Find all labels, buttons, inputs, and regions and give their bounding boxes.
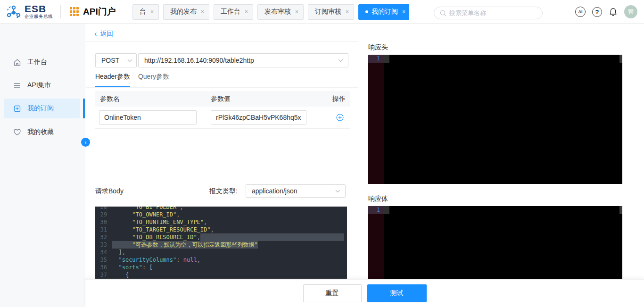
tab-query-params[interactable]: Query参数 bbox=[138, 73, 169, 87]
menu-search[interactable] bbox=[434, 7, 543, 19]
active-tab-dot bbox=[365, 10, 368, 13]
editor-lines: 28 "TO_BI_FOLDER",29 "TO_OWNER_ID",30 "T… bbox=[95, 207, 347, 279]
sidebar-item-1[interactable]: API集市 bbox=[4, 75, 80, 95]
response-headers-panel: 1 bbox=[368, 55, 622, 184]
editor-line-31: 31 "TO_TARGET_RESOURCE_ID", bbox=[95, 226, 347, 233]
param-value-input[interactable] bbox=[211, 110, 306, 124]
chevron-down-icon bbox=[127, 59, 132, 62]
main-content: ‹ 返回 POST http://192.168.16.140:9090/tab… bbox=[85, 24, 644, 307]
notification-bell-icon[interactable] bbox=[609, 8, 618, 17]
reset-button[interactable]: 重置 bbox=[303, 284, 362, 302]
sidebar: 工作台API集市我的订阅我的收藏 bbox=[0, 24, 85, 307]
sidebar-item-label: 我的收藏 bbox=[27, 128, 54, 136]
chevron-down-icon bbox=[338, 59, 343, 62]
sidebar-item-label: 我的订阅 bbox=[27, 104, 54, 113]
response-body-label: 响应体 bbox=[368, 195, 388, 203]
nav-tab-2[interactable]: 工作台× bbox=[214, 4, 253, 20]
list-icon bbox=[13, 82, 21, 90]
request-body-editor[interactable]: 28 "TO_BI_FOLDER",29 "TO_OWNER_ID",30 "T… bbox=[95, 207, 347, 279]
sidebar-active-accent bbox=[83, 99, 85, 118]
line-number: 34 bbox=[95, 249, 112, 256]
response-line-number: 1 bbox=[368, 55, 384, 63]
editor-line-30: 30 "TO_RUNTIME_ENV_TYPE", bbox=[95, 218, 347, 226]
code-token: "可选参数，默认为空，可以指定返回那些列数据" bbox=[112, 241, 258, 249]
column-param-value: 参数值 bbox=[211, 95, 322, 103]
code-token: null bbox=[183, 256, 197, 264]
param-tabs: Header参数 Query参数 bbox=[86, 73, 358, 88]
line-number: 31 bbox=[95, 226, 112, 233]
nav-tab-label: 工作台 bbox=[221, 8, 240, 16]
selection-highlight bbox=[200, 233, 344, 241]
nav-tab-0[interactable]: 台× bbox=[132, 4, 159, 20]
editor-line-32: 32 "TO_DB_RESOURCE_ID", bbox=[95, 233, 347, 241]
add-param-button[interactable] bbox=[336, 114, 344, 121]
nav-tab-3[interactable]: 发布审核× bbox=[257, 4, 304, 20]
response-cursor bbox=[384, 55, 389, 63]
sidebar-item-0[interactable]: 工作台 bbox=[4, 52, 80, 72]
back-link[interactable]: ‹ 返回 bbox=[94, 30, 113, 38]
column-param-name: 参数名 bbox=[95, 95, 211, 103]
request-card: POST http://192.168.16.140:9090/table2ht… bbox=[86, 41, 358, 279]
sidebar-item-label: API集市 bbox=[27, 81, 51, 90]
nav-tab-label: 发布审核 bbox=[264, 8, 291, 16]
code-token: "TO_DB_RESOURCE_ID" bbox=[112, 233, 197, 241]
url-select[interactable]: http://192.168.16.140:9090/table2http bbox=[138, 53, 348, 67]
tab-close-icon[interactable]: × bbox=[346, 8, 349, 15]
user-avatar[interactable]: 管 bbox=[624, 5, 637, 18]
test-button[interactable]: 测试 bbox=[367, 284, 427, 302]
tab-close-icon[interactable]: × bbox=[402, 8, 405, 15]
tab-close-icon[interactable]: × bbox=[150, 8, 154, 15]
tab-close-icon[interactable]: × bbox=[295, 8, 298, 15]
sidebar-collapse-button[interactable]: ‹ bbox=[81, 138, 90, 147]
code-token: : [ bbox=[142, 264, 153, 271]
chevron-down-icon bbox=[335, 190, 340, 193]
search-icon bbox=[440, 10, 446, 17]
editor-line-34: 34 ], bbox=[95, 249, 347, 256]
editor-line-28: 28 "TO_BI_FOLDER", bbox=[95, 207, 347, 211]
logo-brand-text: ESB bbox=[25, 4, 53, 14]
response-headers-label: 响应头 bbox=[368, 43, 388, 52]
nav-tab-label: 我的订阅 bbox=[372, 8, 398, 16]
code-token: "securityColumns" bbox=[118, 256, 176, 264]
nav-tab-4[interactable]: 订阅审核× bbox=[308, 4, 354, 20]
param-name-input[interactable] bbox=[99, 110, 197, 124]
code-token: , bbox=[211, 226, 214, 233]
method-value: POST bbox=[101, 57, 119, 64]
ai-assistant-icon[interactable]: AI bbox=[575, 7, 586, 17]
response-line-number: 1 bbox=[368, 206, 384, 214]
response-cursor bbox=[384, 206, 389, 214]
url-value: http://192.168.16.140:9090/table2http bbox=[144, 57, 254, 64]
search-input[interactable] bbox=[449, 9, 537, 17]
content-type-label: 报文类型: bbox=[209, 187, 238, 196]
nav-tab-1[interactable]: 我的发布× bbox=[163, 4, 209, 20]
help-icon[interactable]: ? bbox=[592, 7, 602, 17]
nav-tab-5[interactable]: 我的订阅× bbox=[358, 4, 409, 20]
code-token: , bbox=[197, 233, 200, 241]
sidebar-item-3[interactable]: 我的收藏 bbox=[4, 122, 80, 142]
code-token bbox=[112, 264, 118, 271]
code-token: "TO_TARGET_RESOURCE_ID" bbox=[112, 226, 211, 233]
method-select[interactable]: POST bbox=[95, 53, 137, 67]
tab-close-icon[interactable]: × bbox=[201, 8, 204, 15]
app-header: ESB 企业服务总线 API门户 台×我的发布×工作台×发布审核×订阅审核×我的… bbox=[0, 0, 644, 24]
sidebar-item-2[interactable]: 我的订阅 bbox=[4, 99, 80, 118]
subscribe-icon bbox=[13, 105, 21, 113]
content-type-select[interactable]: application/json bbox=[246, 184, 346, 198]
back-chevron-icon: ‹ bbox=[94, 31, 97, 37]
response-scrollbar[interactable] bbox=[619, 206, 622, 214]
code-token: : bbox=[176, 256, 183, 264]
param-table-row bbox=[95, 107, 350, 129]
tab-close-icon[interactable]: × bbox=[245, 8, 248, 15]
nav-tab-label: 订阅审核 bbox=[315, 8, 341, 16]
code-token: "TO_RUNTIME_ENV_TYPE" bbox=[112, 218, 204, 226]
heart-icon bbox=[13, 128, 21, 136]
tab-header-params[interactable]: Header参数 bbox=[95, 73, 130, 87]
editor-line-36: 36 "sorts": [ bbox=[95, 264, 347, 271]
code-token: "TO_OWNER_ID" bbox=[112, 211, 176, 218]
response-scrollbar[interactable] bbox=[619, 55, 622, 63]
esb-logo: ESB 企业服务总线 bbox=[6, 4, 53, 20]
response-body-panel: 1 bbox=[368, 206, 622, 281]
line-number: 30 bbox=[95, 218, 112, 226]
sidebar-item-label: 工作台 bbox=[27, 58, 47, 66]
code-token: "TO_BI_FOLDER" bbox=[112, 207, 180, 211]
